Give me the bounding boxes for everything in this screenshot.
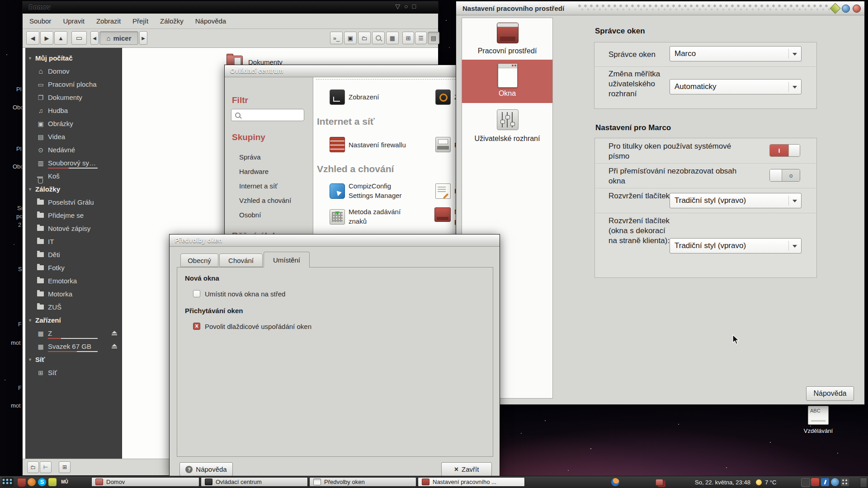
path-right-button[interactable]: ▶ — [139, 31, 147, 45]
sidebar-item-volume-z[interactable]: Z — [25, 327, 122, 340]
layout-dropdown[interactable]: Tradiční styl (vpravo) — [670, 193, 802, 208]
cc-item-firewall[interactable]: Nastavení firewallu — [349, 140, 406, 150]
cc-item-compiz[interactable]: CompizConfigSettings Manager — [349, 181, 402, 200]
tiling-checkbox[interactable] — [193, 323, 200, 330]
cc-titlebar[interactable]: Ovládací centrum — [225, 65, 465, 77]
expander-icon[interactable]: ▾ — [29, 318, 35, 323]
places-toggle-button[interactable]: 🗀 — [27, 461, 39, 473]
close-button[interactable] — [853, 5, 861, 13]
icon-view-button[interactable]: ⊞ — [402, 32, 414, 44]
sidebar-item-bookmark[interactable]: IT — [25, 235, 122, 248]
cc-group-sprava[interactable]: Správa — [239, 150, 261, 164]
search-button[interactable] — [372, 32, 385, 44]
desktop-label-fragment[interactable]: F — [18, 321, 22, 328]
show-desktop-button[interactable] — [860, 478, 867, 488]
forward-button[interactable]: ▶ — [40, 31, 53, 45]
tray-icon-update[interactable] — [811, 478, 819, 486]
sidebar-section-network[interactable]: ▾Síť — [25, 353, 122, 366]
menu-zobrazit[interactable]: Zobrazit — [90, 14, 127, 28]
desktop-label-fragment[interactable]: mot — [11, 402, 21, 409]
fm-titlebar[interactable]: Domov ▽○□ — [23, 1, 438, 14]
taskbar-window-predvolby[interactable]: Předvolby oken — [309, 477, 416, 487]
sidebar-item-music[interactable]: Hudba — [25, 104, 122, 117]
taskbar-window-domov[interactable]: Domov — [91, 477, 199, 487]
wp-close-button[interactable]: ×Zavřít — [441, 462, 492, 476]
maximize-button[interactable] — [842, 5, 850, 13]
back-button[interactable]: ◀ — [26, 31, 39, 45]
eject-icon[interactable] — [112, 344, 117, 347]
sidebar-item-videos[interactable]: Videa — [25, 130, 122, 143]
computer-button[interactable]: ▭ — [71, 31, 87, 45]
browser-launcher-icon[interactable] — [611, 478, 619, 486]
nav-okna-selected[interactable]: Okna — [462, 60, 552, 103]
location-home-button[interactable]: ⌂micer — [99, 31, 138, 45]
sidebar-item-pictures[interactable]: Obrázky — [25, 117, 122, 130]
thumbnails-button[interactable]: ▦ — [386, 32, 399, 44]
sidebar-item-bookmark[interactable]: Emotorka — [25, 274, 122, 287]
path-left-button[interactable]: ◀ — [90, 31, 99, 45]
wp-help-button[interactable]: ?Nápověda — [179, 462, 233, 476]
menu-prejit[interactable]: Přejít — [127, 14, 154, 28]
desktop-label-fragment[interactable]: 2 — [18, 221, 21, 228]
sidebar-item-bookmark[interactable]: Přidejme se — [25, 209, 122, 222]
new-folder-button[interactable]: 🗀 — [358, 32, 371, 44]
sidebar-section-my-computer[interactable]: ▾Můj počítač — [25, 52, 122, 65]
tray-icon-blue[interactable] — [821, 478, 829, 486]
tray-icon-teal[interactable] — [831, 478, 839, 486]
center-new-windows-label[interactable]: Umístit nová okna na střed — [205, 290, 285, 298]
sidebar-item-desktop[interactable]: Pracovní plocha — [25, 78, 122, 91]
compact-view-button[interactable]: ▤ — [428, 32, 439, 44]
sidebar-item-volume-67gb[interactable]: Svazek 67 GB — [25, 340, 122, 353]
mate-menu-button[interactable] — [2, 478, 14, 487]
toggle-location-entry-button[interactable]: ▣ — [344, 32, 357, 44]
tab-chovani[interactable]: Chování — [219, 253, 263, 267]
cc-item-display[interactable]: Zobrazení — [349, 92, 379, 102]
list-view-button[interactable]: ☰ — [415, 32, 427, 44]
sidebar-item-bookmark[interactable]: ZUŠ — [25, 300, 122, 314]
sidebar-item-bookmark[interactable]: Fotky — [25, 261, 122, 274]
sidebar-section-bookmarks[interactable]: ▾Záložky — [25, 183, 122, 196]
firewall-tray-icon[interactable] — [17, 478, 26, 487]
close-icon[interactable]: □ — [412, 3, 420, 10]
wp-titlebar[interactable]: Předvolby oken — [170, 235, 500, 247]
wireframe-toggle-off[interactable]: o — [769, 169, 800, 182]
red-windows-tray-icon[interactable] — [656, 479, 663, 486]
center-new-windows-checkbox[interactable] — [193, 290, 200, 297]
tab-umisteni-active[interactable]: Umístění — [264, 252, 310, 267]
sidebar-item-bookmark[interactable]: Poselství Grálu — [25, 196, 122, 209]
expander-icon[interactable]: ▾ — [29, 357, 35, 362]
sidebar-item-bookmark[interactable]: Motorka — [25, 287, 122, 300]
desktop-label-fragment[interactable]: Pl — [16, 145, 22, 152]
tweak-titlebar[interactable]: Nastavení pracovního prostředí — [456, 1, 864, 15]
cc-group-osobni[interactable]: Osobní — [239, 207, 261, 222]
menu-napoveda[interactable]: Nápověda — [189, 14, 232, 28]
tray-icon-grid[interactable] — [841, 478, 849, 486]
sidebar-item-documents[interactable]: Dokumenty — [25, 91, 122, 104]
fm-window-controls[interactable]: ▽○□ — [395, 3, 420, 10]
menu-upravit[interactable]: Upravit — [57, 14, 90, 28]
user-tray-icon[interactable] — [28, 478, 36, 486]
note-tray-icon[interactable] — [48, 478, 57, 486]
sidebar-item-bookmark[interactable]: Děti — [25, 248, 122, 261]
expander-icon[interactable]: ▾ — [29, 56, 35, 61]
taskbar-window-tweak[interactable]: Nastavení pracovního ... — [418, 477, 525, 487]
eject-icon[interactable] — [112, 331, 117, 333]
shade-icon[interactable]: ▽ — [395, 3, 404, 10]
tab-obecny[interactable]: Obecný — [180, 253, 218, 267]
desktop-label-fragment[interactable]: S — [18, 266, 22, 272]
tiling-label[interactable]: Povolit dlaždicové uspořádání oken — [205, 323, 311, 330]
nav-uzivatelske-rozhrani[interactable]: Uživatelské rozhraní — [462, 104, 552, 154]
layout-csd-dropdown[interactable]: Tradiční styl (vpravo) — [670, 238, 802, 253]
wm-dropdown[interactable]: Marco — [670, 46, 802, 61]
sidebar-item-filesystem[interactable]: Souborový sy… — [25, 156, 122, 169]
desktop-label-fragment[interactable]: mot — [11, 339, 21, 346]
desktop-icon-vzdelavani[interactable]: ABC Vzdělávání — [800, 406, 836, 434]
scale-dropdown[interactable]: Automaticky — [670, 79, 802, 94]
sidebar-section-devices[interactable]: ▾Zařízení — [25, 314, 122, 327]
cc-item-input-method[interactable]: Metoda zadáváníznaků — [349, 207, 401, 226]
menu-zalozky[interactable]: Záložky — [154, 14, 189, 28]
taskbar-window-control-center[interactable]: Ovládací centrum — [201, 477, 308, 487]
expander-icon[interactable]: ▾ — [29, 187, 35, 192]
layout-indicator[interactable]: MŮ — [59, 478, 71, 486]
menu-soubor[interactable]: Soubor — [24, 14, 57, 28]
